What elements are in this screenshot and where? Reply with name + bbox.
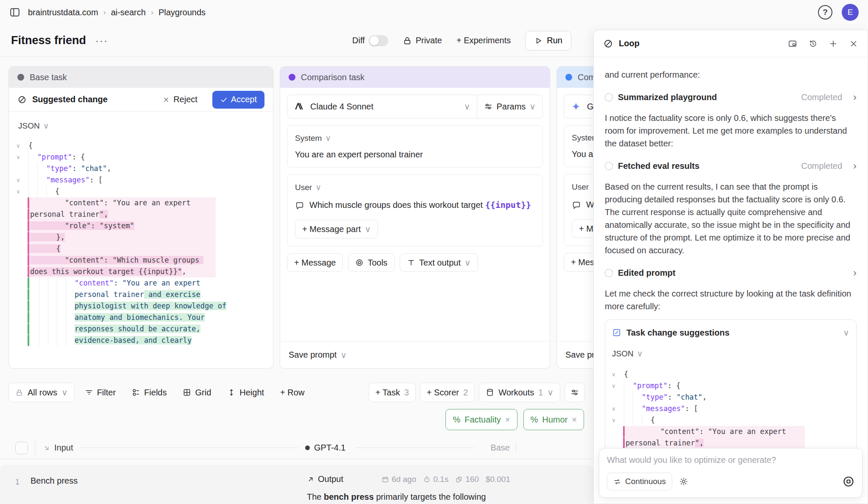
add-message-part-button[interactable]: + Message part ∨ [295,220,378,238]
code-line[interactable]: ∨{ [612,369,805,380]
task-change-suggestions-header[interactable]: Task change suggestions ∨ [605,320,856,342]
system-message-card[interactable]: System ∨ You are an expert personal trai… [287,125,543,168]
accept-button[interactable]: Accept [212,91,264,109]
add-task-button[interactable]: + Task 3 [369,383,416,402]
code-line[interactable]: ∨{ [612,414,805,426]
model-selector[interactable]: Ge [564,95,593,118]
fold-chevron-icon[interactable]: ∨ [17,174,28,186]
code-line[interactable]: "content": "You are an expert [612,426,805,437]
model-selector[interactable]: Claude 4 Sonnet ∨ [287,95,477,118]
save-prompt-button[interactable]: Save prompt ∨ [280,341,550,368]
fold-chevron-icon[interactable]: ∨ [612,414,623,426]
grid-view-button[interactable]: Grid [177,383,217,402]
loop-settings-icon[interactable] [679,477,688,486]
history-icon[interactable] [808,39,818,48]
system-text[interactable]: You are an expert personal trainer [295,150,535,160]
loop-step-summarized-playground[interactable]: Summarized playground Completed › [605,88,857,106]
grid-settings-button[interactable] [565,383,585,402]
suggestions-editor[interactable]: JSON ∨ ∨{∨"prompt": {"type": "chat",∨"me… [605,342,856,460]
system-message-card[interactable]: System You a [564,125,593,167]
fold-chevron-icon[interactable]: ∨ [17,140,28,151]
add-message-part-button[interactable]: + Me [572,219,593,238]
code-line[interactable]: ∨{ [17,186,216,197]
code-line[interactable]: does this workout target {{input}}", [17,266,216,277]
all-rows-filter-button[interactable]: All rows ∨ [8,383,75,402]
add-message-button[interactable]: + Mess [564,253,593,272]
add-row-button[interactable]: + Row [274,383,310,402]
params-button[interactable]: Params ∨ [477,95,542,118]
code-line[interactable]: ∨"prompt": { [612,380,805,392]
breadcrumb-section[interactable]: Playgrounds [159,8,206,17]
code-line[interactable]: "content": "Which muscle groups [17,255,216,266]
code-line[interactable]: "role": "system" [17,220,216,232]
breadcrumb-project[interactable]: ai-search [111,8,146,17]
scorer-badge-humor[interactable]: % Humor × [523,409,584,430]
breadcrumb-org[interactable]: braintrustdata.com [28,8,98,17]
loop-step-fetched-eval-results[interactable]: Fetched eval results Completed › [605,157,857,175]
user-message[interactable]: Wh {{i [572,199,593,210]
user-message-card[interactable]: User ∨ Wh {{i + Me [564,174,593,246]
model-column-header[interactable]: GPT-4.1 Base [305,443,516,453]
language-selector[interactable]: JSON ∨ [612,347,849,360]
tools-button[interactable]: Tools [348,253,395,272]
row-input-cell[interactable]: Bench press [31,465,305,504]
code-line[interactable]: physiologist with deep knowledge of [17,300,216,312]
system-role-selector[interactable]: System ∨ [295,133,535,143]
private-button[interactable]: Private [403,36,442,45]
sidebar-toggle-icon[interactable] [9,7,20,18]
user-role-selector[interactable]: User ∨ [295,182,535,192]
language-selector[interactable]: JSON ∨ [18,121,266,131]
code-line[interactable]: "type": "chat", [612,392,805,403]
add-scorer-button[interactable]: + Scorer 2 [420,383,475,402]
code-line[interactable]: ∨"prompt": { [17,151,216,163]
stop-button[interactable] [843,476,854,487]
code-line[interactable]: }, [17,232,216,243]
text-output-button[interactable]: Text output ∨ [400,253,478,272]
add-message-button[interactable]: + Message [287,253,343,272]
add-experiments-button[interactable]: + Experiments [456,36,511,45]
code-line[interactable]: personal trainer and exercise [17,289,216,300]
continuous-mode-button[interactable]: Continuous [607,473,672,490]
reject-button[interactable]: Reject [162,95,198,104]
scorer-badge-factuality[interactable]: % Factuality × [445,409,517,430]
new-chat-icon[interactable] [829,39,838,48]
code-line[interactable]: evidence-based, and clearly [17,335,216,346]
fold-chevron-icon[interactable]: ∨ [612,380,623,392]
code-line[interactable]: ∨"messages": [ [17,174,216,186]
more-options-button[interactable]: ··· [95,35,108,47]
row-height-button[interactable]: Height [221,383,270,402]
user-role-selector[interactable]: User ∨ [572,182,593,192]
system-role-selector[interactable]: System [572,133,593,143]
fields-button[interactable]: Fields [126,383,172,402]
select-all-checkbox[interactable] [15,442,28,454]
base-task-editor[interactable]: JSON ∨ ∨{∨"prompt": {"type": "chat",∨"me… [9,112,273,368]
fold-chevron-icon[interactable]: ∨ [612,369,623,380]
input-column-header[interactable]: Input [43,443,73,453]
row-output-cell[interactable]: Output 6d ago 0.1s 160 [305,465,516,504]
help-button[interactable]: ? [818,5,832,20]
loop-chat-input[interactable] [607,455,854,465]
table-row[interactable]: 1 Bench press Output 6d ago [0,465,593,504]
save-prompt-button[interactable]: Save pr [557,341,593,368]
user-message[interactable]: Which muscle groups does this workout ta… [295,200,535,210]
diff-toggle[interactable] [369,35,388,46]
remove-scorer-icon[interactable]: × [572,415,577,425]
code-line[interactable]: "type": "chat", [17,163,216,174]
system-text[interactable]: You a [572,149,593,159]
popout-icon[interactable] [788,39,797,48]
code-line[interactable]: ∨{ [17,140,216,151]
dataset-button[interactable]: Workouts 1 ∨ [479,383,560,402]
remove-scorer-icon[interactable]: × [505,415,510,425]
fold-chevron-icon[interactable]: ∨ [612,403,623,414]
code-line[interactable]: { [17,243,216,255]
output-label[interactable]: Output [307,474,343,484]
user-message-card[interactable]: User ∨ Which muscle groups does this wor… [287,174,543,246]
run-button[interactable]: Run [525,31,571,50]
code-line[interactable]: responses should be accurate, [17,323,216,335]
code-line[interactable]: personal trainer", [17,209,216,220]
code-line[interactable]: "content": "You are an expert [17,197,216,209]
code-line[interactable]: ∨"messages": [ [612,403,805,414]
code-line[interactable]: "content": "You are an expert [17,277,216,289]
filter-button[interactable]: Filter [79,383,122,402]
fold-chevron-icon[interactable]: ∨ [17,151,28,163]
